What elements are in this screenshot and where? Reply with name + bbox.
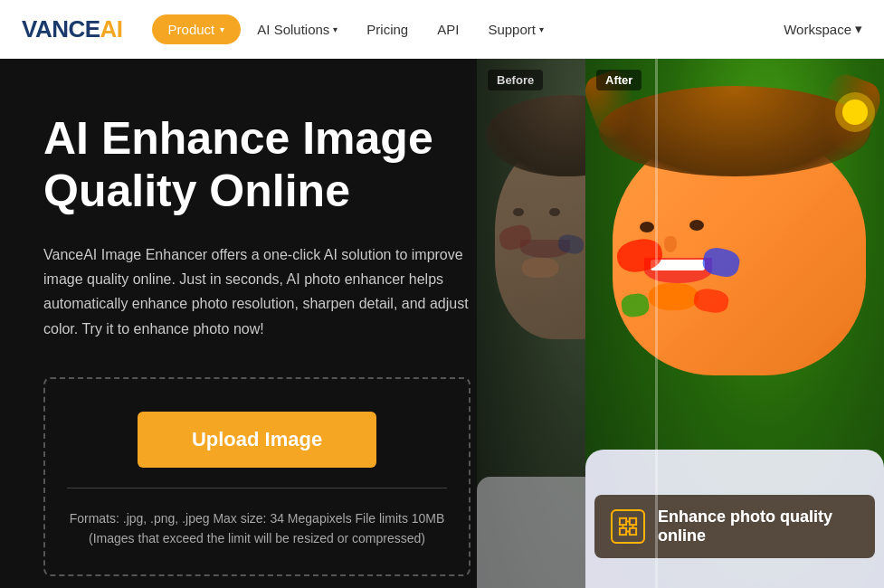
after-image: After Enhance photo quality onlin: [585, 59, 884, 588]
hero-description: VanceAI Image Enhancer offers a one-clic…: [43, 242, 471, 341]
product-chevron-icon: ▾: [220, 24, 224, 34]
workspace-link[interactable]: Workspace ▾: [784, 21, 862, 37]
ai-solutions-label: AI Solutions: [257, 22, 329, 37]
nav-links: Product ▾ AI Solutions ▾ Pricing API Sup…: [152, 14, 784, 44]
svg-rect-2: [620, 527, 626, 534]
workspace-label: Workspace: [784, 22, 851, 37]
support-label: Support: [488, 22, 536, 37]
hero-right-image: Before: [477, 59, 884, 588]
support-link[interactable]: Support ▾: [475, 14, 556, 44]
ai-solutions-chevron-icon: ▾: [333, 24, 337, 34]
enhance-banner: Enhance photo quality online: [594, 495, 875, 558]
before-after-divider: [655, 59, 658, 588]
svg-rect-1: [630, 517, 636, 524]
hero-section: AI Enhance Image Quality Online VanceAI …: [0, 59, 884, 588]
navbar: VANCE AI Product ▾ AI Solutions ▾ Pricin…: [0, 0, 884, 59]
hero-left: AI Enhance Image Quality Online VanceAI …: [0, 59, 507, 588]
hero-title: AI Enhance Image Quality Online: [43, 113, 471, 217]
api-link[interactable]: API: [424, 14, 471, 44]
product-label: Product: [168, 22, 215, 37]
support-chevron-icon: ▾: [539, 24, 544, 34]
logo[interactable]: VANCE AI: [22, 15, 123, 43]
logo-vance: VANCE: [22, 15, 100, 43]
workspace-chevron-icon: ▾: [855, 21, 862, 37]
svg-rect-3: [630, 527, 636, 534]
formats-line2: (Images that exceed the limit will be re…: [70, 528, 445, 548]
logo-ai: AI: [100, 15, 123, 43]
ai-solutions-link[interactable]: AI Solutions ▾: [244, 14, 350, 44]
svg-rect-0: [620, 517, 626, 524]
upload-zone: Upload Image Formats: .jpg, .png, .jpeg …: [43, 377, 471, 576]
pricing-link[interactable]: Pricing: [354, 14, 421, 44]
enhance-svg-icon: [618, 517, 638, 536]
api-label: API: [437, 22, 459, 37]
after-label: After: [596, 70, 642, 90]
upload-formats: Formats: .jpg, .png, .jpeg Max size: 34 …: [70, 508, 445, 549]
product-button[interactable]: Product ▾: [152, 14, 242, 44]
enhance-icon-box: [611, 509, 645, 544]
upload-divider: [67, 488, 447, 488]
pricing-label: Pricing: [366, 22, 408, 37]
upload-button[interactable]: Upload Image: [138, 412, 376, 468]
formats-line1: Formats: .jpg, .png, .jpeg Max size: 34 …: [70, 508, 445, 528]
enhance-text: Enhance photo quality online: [658, 507, 859, 545]
